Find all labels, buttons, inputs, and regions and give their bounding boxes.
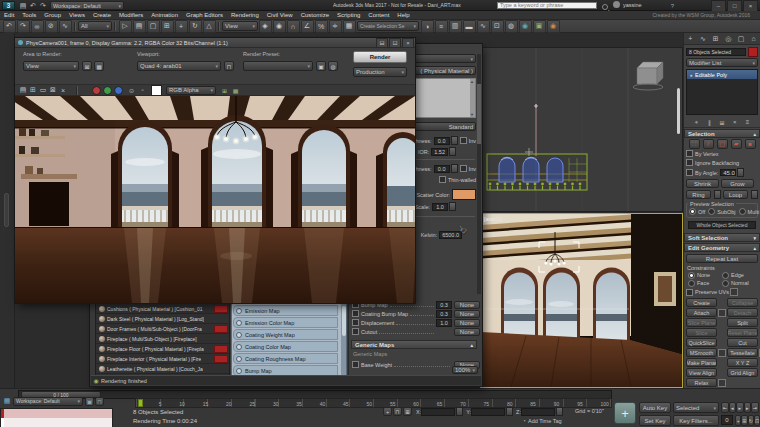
go-to-start-button[interactable]: ⇤ <box>721 402 729 413</box>
workspace-dropdown[interactable]: Workspace: Default▾ <box>50 1 124 10</box>
edit-geometry-button[interactable]: QuickSlice <box>686 338 717 347</box>
toggle-ui-overlays-icon[interactable]: ▦ <box>231 86 240 95</box>
material-list-item[interactable]: Cushions ( Physical Material ) [Cushion_… <box>96 304 229 314</box>
layer-manager-icon[interactable]: ▥ <box>449 20 462 33</box>
select-object-icon[interactable]: ▷ <box>119 20 132 33</box>
redo-icon[interactable]: ↷ <box>17 20 30 33</box>
edit-geometry-button[interactable]: Slice <box>686 328 717 337</box>
material-list-item[interactable]: Door Frames ( Multi/Sub-Object ) [DoorFr… <box>96 324 229 334</box>
select-by-name-icon[interactable]: ▤ <box>133 20 146 33</box>
render-button[interactable]: Render <box>353 51 407 63</box>
display-tab-icon[interactable]: ▢ <box>736 34 746 44</box>
preview-selection-radio[interactable]: Off <box>689 208 705 215</box>
search-input[interactable] <box>497 2 597 9</box>
time-tag-clock-icon[interactable]: ◔ <box>520 418 528 424</box>
maximize-viewport-toggle-icon[interactable]: ⊡ <box>754 415 760 426</box>
percent-snap-icon[interactable]: % <box>315 20 328 33</box>
clone-rendered-frame-icon[interactable]: ⊞ <box>28 85 38 95</box>
edge-icon[interactable]: / <box>703 139 714 149</box>
save-icon[interactable]: ▤ <box>18 1 28 10</box>
isolate-selection-icon[interactable]: ▣ <box>85 397 94 406</box>
map-slot-item[interactable]: Coating Color Map <box>233 341 338 352</box>
shrink-button[interactable]: Shrink <box>686 179 719 188</box>
map-enable-checkbox[interactable] <box>352 319 359 326</box>
settings-box[interactable] <box>718 309 726 317</box>
edit-geometry-button[interactable]: Detach <box>727 308 758 317</box>
render-preset-dropdown[interactable]: ▾ <box>243 61 313 71</box>
object-color-swatch[interactable] <box>748 47 758 57</box>
maximize-button[interactable]: ⊡ <box>389 38 401 48</box>
menu-item[interactable]: Create <box>89 12 115 18</box>
avatar[interactable] <box>613 1 620 8</box>
auto-region-icon[interactable]: ⊠ <box>82 61 92 71</box>
roughness-value[interactable]: 0.0 <box>434 137 450 145</box>
rendered-frame-window-icon[interactable]: ▣ <box>533 20 546 33</box>
select-and-link-icon[interactable]: ∞ <box>31 20 44 33</box>
edit-geometry-button[interactable]: Reset Plane <box>727 328 758 337</box>
transform-gizmo-icon[interactable]: ⊞ <box>403 407 412 416</box>
menu-item[interactable]: Modifiers <box>115 12 147 18</box>
map-enable-checkbox[interactable] <box>352 310 359 317</box>
map-slot-item[interactable]: Coating Roughness Map <box>233 353 338 364</box>
scatter-color-swatch[interactable] <box>452 189 476 200</box>
align-icon[interactable]: ≡ <box>435 20 448 33</box>
snaps-toggle-icon[interactable]: ∩ <box>287 20 300 33</box>
edit-region-icon[interactable]: ▦ <box>94 61 104 71</box>
material-editor-icon[interactable]: ◍ <box>505 20 518 33</box>
rfw-title-bar[interactable]: PhysCamera001, frame 0, Display Gamma: 2… <box>15 38 415 48</box>
ignore-backfacing-checkbox[interactable] <box>686 159 693 166</box>
spinner-snap-icon[interactable]: ≑ <box>329 20 342 33</box>
menu-item[interactable]: Scripting <box>333 12 364 18</box>
render-mode-dropdown[interactable]: Production▾ <box>353 67 407 77</box>
modify-tab-icon[interactable]: ∿ <box>698 34 708 44</box>
node-socket-icon[interactable] <box>236 308 242 314</box>
selection-lock-icon[interactable]: ⊓ <box>393 407 402 416</box>
map-slot-item[interactable]: Emission Map <box>233 305 338 316</box>
border-icon[interactable]: ▢ <box>717 139 728 149</box>
repeat-last-button[interactable]: Repeat Last <box>686 254 758 263</box>
material-list-item[interactable]: Fireplace Floor ( Physical Material ) [F… <box>96 344 229 354</box>
object-name-field[interactable]: 8 Objects Selected <box>686 48 746 56</box>
node-socket-icon[interactable] <box>236 344 242 350</box>
settings-box[interactable] <box>718 349 726 357</box>
search-icon[interactable] <box>602 4 608 10</box>
edit-geometry-button[interactable]: Relax <box>686 378 717 387</box>
viewport-camera[interactable]: [arab01] <box>480 213 683 388</box>
loop-button[interactable]: Loop <box>723 190 748 199</box>
edit-geometry-button[interactable]: Make Planar <box>686 358 717 367</box>
key-selection-dropdown[interactable]: Selected▾ <box>673 402 719 413</box>
go-to-end-button[interactable]: ⇥ <box>751 402 759 413</box>
base-weight-checkbox[interactable] <box>352 361 359 368</box>
by-angle-checkbox[interactable] <box>686 169 693 176</box>
constraint-radio[interactable]: None <box>688 271 722 279</box>
window-crossing-icon[interactable]: ⊞ <box>161 20 174 33</box>
preview-selection-radio[interactable]: Multi <box>739 208 760 215</box>
auto-key-button[interactable]: Auto Key <box>639 402 671 413</box>
menu-item[interactable]: Graph Editors <box>182 12 227 18</box>
remove-modifier-icon[interactable]: × <box>730 118 739 127</box>
menu-item[interactable]: Content <box>364 12 393 18</box>
generic-maps-rollout-header[interactable]: Generic Maps▴ <box>351 340 477 349</box>
viewport-label[interactable]: [arab01] <box>484 216 502 222</box>
edit-geometry-button[interactable]: X Y Z <box>727 358 758 367</box>
schematic-view-icon[interactable]: ⊡ <box>491 20 504 33</box>
create-tab-icon[interactable]: + <box>685 34 695 44</box>
minimize-button[interactable]: ⊟ <box>376 38 388 48</box>
map-list-scrollbar[interactable] <box>341 304 346 379</box>
edit-geometry-button[interactable]: Split <box>727 318 758 327</box>
named-selection-set-field[interactable]: Create Selection Se▾ <box>357 21 419 31</box>
map-slot-item[interactable]: Emission Color Map <box>233 317 338 328</box>
edit-geometry-button[interactable]: Cut <box>727 338 758 347</box>
select-and-move-icon[interactable]: + <box>175 20 188 33</box>
preview-selection-radio[interactable]: SubObj <box>708 208 735 215</box>
viewport-dropdown[interactable]: Quad 4: arab01▾ <box>137 61 221 71</box>
edit-geometry-button[interactable]: Tessellate <box>727 348 758 357</box>
ribbon-toggle-icon[interactable]: ▬ <box>463 20 476 33</box>
next-frame-button[interactable]: ▸ <box>744 402 752 413</box>
set-key-button[interactable]: Set Key <box>639 415 671 426</box>
green-channel-icon[interactable] <box>103 86 112 95</box>
node-socket-icon[interactable] <box>236 368 242 374</box>
edit-geometry-button[interactable]: Attach <box>686 308 717 317</box>
map-slot-item[interactable]: Coating Weight Map <box>233 329 338 340</box>
motion-tab-icon[interactable]: ◎ <box>723 34 733 44</box>
